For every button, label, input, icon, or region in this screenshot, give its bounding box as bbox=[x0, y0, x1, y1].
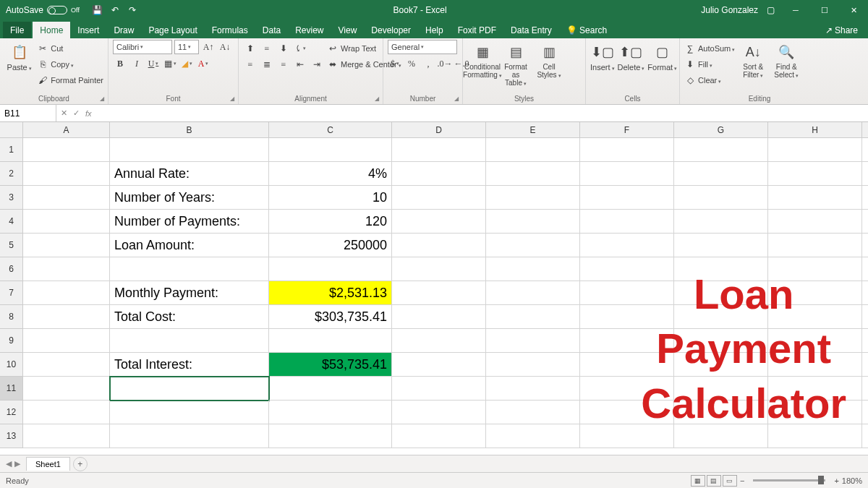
cell[interactable] bbox=[486, 234, 580, 257]
cell[interactable] bbox=[768, 329, 862, 353]
cell[interactable] bbox=[110, 401, 269, 424]
tab-view[interactable]: View bbox=[331, 22, 365, 38]
row-header[interactable]: 9 bbox=[0, 329, 23, 353]
tab-home[interactable]: Home bbox=[33, 22, 70, 38]
sheet-prev-icon[interactable]: ◀ bbox=[6, 459, 12, 468]
tab-file[interactable]: File bbox=[3, 22, 31, 38]
undo-icon[interactable]: ↶ bbox=[110, 5, 120, 15]
cell[interactable] bbox=[674, 162, 768, 186]
fx-icon[interactable]: fx bbox=[85, 109, 92, 118]
increase-decimal-icon[interactable]: .0→ bbox=[438, 56, 452, 71]
cell[interactable] bbox=[486, 186, 580, 210]
cell[interactable] bbox=[23, 401, 110, 424]
tab-formulas[interactable]: Formulas bbox=[205, 22, 255, 38]
tab-insert[interactable]: Insert bbox=[70, 22, 106, 38]
tab-data[interactable]: Data bbox=[255, 22, 288, 38]
cell[interactable] bbox=[580, 305, 674, 329]
minimize-button[interactable]: ─ bbox=[781, 0, 810, 20]
tab-help[interactable]: Help bbox=[418, 22, 451, 38]
cell[interactable] bbox=[768, 210, 862, 234]
cell[interactable] bbox=[674, 353, 768, 377]
number-format-select[interactable]: General bbox=[388, 40, 457, 54]
format-painter-button[interactable]: 🖌Format Painter bbox=[37, 73, 103, 87]
cell[interactable] bbox=[580, 257, 674, 281]
cell[interactable] bbox=[862, 329, 868, 353]
cell[interactable] bbox=[768, 281, 862, 305]
align-top-icon[interactable]: ⬆ bbox=[243, 41, 258, 56]
cell[interactable] bbox=[674, 234, 768, 257]
column-header[interactable]: F bbox=[580, 122, 674, 138]
delete-cells-button[interactable]: ⬆▢Delete bbox=[618, 40, 645, 72]
cancel-formula-icon[interactable]: ✕ bbox=[61, 108, 67, 118]
row-header[interactable]: 10 bbox=[0, 353, 23, 377]
cell[interactable] bbox=[862, 281, 868, 305]
cell[interactable] bbox=[580, 186, 674, 210]
row-header[interactable]: 11 bbox=[0, 377, 23, 401]
row-header[interactable]: 3 bbox=[0, 186, 23, 210]
zoom-level[interactable]: 180% bbox=[842, 476, 862, 485]
cell[interactable] bbox=[269, 257, 392, 281]
alignment-launcher[interactable]: ◢ bbox=[373, 94, 381, 103]
cell[interactable] bbox=[862, 210, 868, 234]
cell[interactable] bbox=[23, 353, 110, 377]
cell[interactable] bbox=[580, 377, 674, 401]
cell[interactable] bbox=[486, 377, 580, 401]
cell[interactable] bbox=[674, 257, 768, 281]
font-size-select[interactable]: 11 bbox=[174, 40, 199, 54]
cell[interactable] bbox=[862, 353, 868, 377]
cell[interactable] bbox=[23, 138, 110, 162]
font-launcher[interactable]: ◢ bbox=[228, 94, 237, 103]
zoom-out-button[interactable]: − bbox=[740, 476, 744, 485]
currency-icon[interactable]: $ bbox=[388, 56, 402, 71]
cell[interactable] bbox=[768, 162, 862, 186]
select-all-corner[interactable] bbox=[0, 122, 23, 138]
clipboard-launcher[interactable]: ◢ bbox=[98, 94, 106, 103]
find-select-button[interactable]: 🔍Find & Select bbox=[771, 40, 801, 79]
maximize-button[interactable]: ☐ bbox=[810, 0, 839, 20]
insert-cells-button[interactable]: ⬇▢Insert bbox=[590, 40, 615, 72]
cell[interactable] bbox=[269, 377, 392, 401]
tab-draw[interactable]: Draw bbox=[106, 22, 141, 38]
cell[interactable] bbox=[392, 138, 486, 162]
autosave-toggle[interactable]: AutoSave Off bbox=[0, 5, 85, 15]
cell[interactable] bbox=[392, 353, 486, 377]
cell[interactable] bbox=[768, 138, 862, 162]
cell[interactable] bbox=[23, 329, 110, 353]
cell[interactable] bbox=[768, 377, 862, 401]
cell[interactable]: $2,531.13 bbox=[269, 281, 392, 305]
cell[interactable] bbox=[674, 138, 768, 162]
close-button[interactable]: ✕ bbox=[839, 0, 868, 20]
cell[interactable] bbox=[862, 401, 868, 424]
underline-button[interactable]: U bbox=[146, 56, 161, 71]
cell[interactable] bbox=[862, 138, 868, 162]
cell[interactable] bbox=[486, 305, 580, 329]
orientation-icon[interactable]: ⤹ bbox=[293, 41, 307, 56]
conditional-formatting-button[interactable]: ▦Conditional Formatting bbox=[467, 40, 498, 79]
cell[interactable] bbox=[110, 257, 269, 281]
align-middle-icon[interactable]: ≡ bbox=[260, 41, 274, 56]
cell[interactable] bbox=[269, 401, 392, 424]
cell[interactable]: Loan Amount: bbox=[110, 234, 269, 257]
cell[interactable] bbox=[674, 281, 768, 305]
fill-button[interactable]: ⬇Fill bbox=[684, 57, 735, 72]
cell[interactable] bbox=[674, 305, 768, 329]
cell-styles-button[interactable]: ▥Cell Styles bbox=[534, 40, 564, 79]
cell[interactable]: 4% bbox=[269, 162, 392, 186]
cell[interactable]: $53,735.41 bbox=[269, 353, 392, 377]
cell[interactable] bbox=[862, 377, 868, 401]
cell[interactable] bbox=[768, 353, 862, 377]
row-header[interactable]: 1 bbox=[0, 138, 23, 162]
font-name-select[interactable]: Calibri bbox=[113, 40, 172, 54]
increase-indent-icon[interactable]: ⇥ bbox=[310, 57, 324, 72]
cell[interactable] bbox=[580, 210, 674, 234]
cell[interactable] bbox=[110, 377, 269, 401]
cell[interactable] bbox=[580, 162, 674, 186]
cell[interactable] bbox=[768, 424, 862, 448]
cell[interactable] bbox=[23, 210, 110, 234]
cell[interactable] bbox=[862, 424, 868, 448]
cell[interactable] bbox=[674, 401, 768, 424]
tab-foxit-pdf[interactable]: Foxit PDF bbox=[451, 22, 503, 38]
add-sheet-button[interactable]: + bbox=[73, 457, 88, 471]
cell[interactable] bbox=[486, 401, 580, 424]
zoom-in-button[interactable]: + bbox=[834, 476, 838, 485]
